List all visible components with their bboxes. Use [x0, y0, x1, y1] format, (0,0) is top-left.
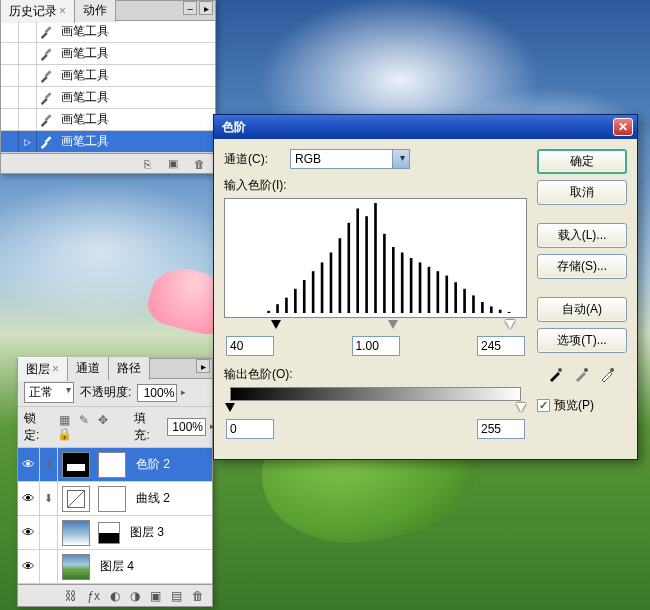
input-gamma-slider[interactable]	[388, 320, 398, 329]
tab-layers-label: 图层	[26, 362, 50, 376]
minimize-icon[interactable]: –	[183, 1, 197, 15]
visibility-icon[interactable]: 👁	[18, 448, 40, 481]
output-black-field[interactable]	[226, 419, 274, 439]
opacity-label: 不透明度:	[80, 384, 131, 401]
fill-input[interactable]: 100%	[167, 418, 206, 436]
link-cell[interactable]	[40, 516, 58, 549]
svg-point-40	[584, 368, 588, 372]
svg-rect-5	[45, 136, 52, 143]
history-item[interactable]: 画笔工具	[1, 109, 215, 131]
tab-history[interactable]: 历史记录×	[1, 0, 75, 23]
layer-thumb	[62, 554, 90, 580]
auto-button[interactable]: 自动(A)	[537, 297, 627, 322]
layer-row[interactable]: 👁图层 4	[18, 550, 212, 584]
cancel-button[interactable]: 取消	[537, 180, 627, 205]
output-slider-track[interactable]	[230, 403, 521, 415]
tab-channels[interactable]: 通道	[68, 357, 109, 380]
layer-thumb	[62, 520, 90, 546]
eyedropper-gray-icon[interactable]	[573, 365, 591, 383]
folder-icon[interactable]: ▣	[150, 589, 161, 603]
brush-icon	[37, 135, 55, 149]
channel-combo[interactable]: RGB	[290, 149, 410, 169]
link-cell[interactable]	[40, 550, 58, 583]
input-white-slider[interactable]	[505, 320, 515, 329]
layer-row[interactable]: 👁⬇色阶 2	[18, 448, 212, 482]
tab-actions[interactable]: 动作	[75, 0, 116, 22]
brush-icon	[37, 91, 55, 105]
input-slider-track[interactable]	[230, 320, 521, 332]
svg-rect-21	[365, 216, 368, 313]
svg-rect-3	[45, 92, 52, 99]
close-button[interactable]: ✕	[613, 118, 633, 136]
history-panel-tabs: 历史记录× 动作 – ▸	[1, 1, 215, 21]
history-item[interactable]: 画笔工具	[1, 43, 215, 65]
visibility-icon[interactable]: 👁	[18, 482, 40, 515]
layer-name[interactable]: 图层 4	[94, 558, 134, 575]
svg-rect-2	[45, 70, 52, 77]
layer-row[interactable]: 👁图层 3	[18, 516, 212, 550]
tab-paths[interactable]: 路径	[109, 357, 150, 380]
visibility-icon[interactable]: 👁	[18, 516, 40, 549]
trash-icon[interactable]: 🗑	[191, 157, 207, 171]
lock-move-icon[interactable]: ✥	[95, 413, 111, 427]
mask-icon[interactable]: ◐	[110, 589, 120, 603]
svg-rect-23	[383, 234, 386, 313]
dialog-titlebar[interactable]: 色阶 ✕	[214, 115, 637, 139]
output-white-field[interactable]	[477, 419, 525, 439]
eyedropper-black-icon[interactable]	[547, 365, 565, 383]
history-item[interactable]: ▷画笔工具	[1, 131, 215, 153]
history-item[interactable]: 画笔工具	[1, 21, 215, 43]
lock-transparency-icon[interactable]: ▦	[57, 413, 73, 427]
link-icon[interactable]: ⛓	[65, 589, 77, 603]
svg-rect-31	[454, 282, 457, 313]
tab-layers[interactable]: 图层×	[18, 357, 68, 381]
link-cell[interactable]: ⬇	[40, 448, 58, 481]
visibility-icon[interactable]: 👁	[18, 550, 40, 583]
layer-name[interactable]: 色阶 2	[130, 456, 170, 473]
save-button[interactable]: 存储(S)...	[537, 254, 627, 279]
options-button[interactable]: 选项(T)...	[537, 328, 627, 353]
lock-paint-icon[interactable]: ✎	[76, 413, 92, 427]
blend-mode-combo[interactable]: 正常	[24, 382, 74, 403]
svg-rect-35	[490, 306, 493, 313]
layer-name[interactable]: 图层 3	[124, 524, 164, 541]
new-document-icon[interactable]: ⎘	[139, 157, 155, 171]
menu-icon[interactable]: ▸	[199, 1, 213, 15]
input-black-slider[interactable]	[271, 320, 281, 329]
ok-button[interactable]: 确定	[537, 149, 627, 174]
history-item[interactable]: 画笔工具	[1, 65, 215, 87]
link-cell[interactable]: ⬇	[40, 482, 58, 515]
output-white-slider[interactable]	[516, 403, 526, 412]
layer-name[interactable]: 曲线 2	[130, 490, 170, 507]
brush-icon	[37, 113, 55, 127]
layers-panel-tabs: 图层× 通道 路径 ▸	[18, 359, 212, 379]
svg-rect-29	[437, 271, 440, 313]
input-black-field[interactable]	[226, 336, 274, 356]
menu-icon[interactable]: ▸	[196, 359, 210, 373]
history-item-label: 画笔工具	[55, 89, 109, 106]
close-icon[interactable]: ×	[52, 362, 59, 376]
preview-checkbox[interactable]: ✓	[537, 399, 550, 412]
camera-icon[interactable]: ▣	[165, 157, 181, 171]
load-button[interactable]: 载入(L)...	[537, 223, 627, 248]
adjustment-icon[interactable]: ◑	[130, 589, 140, 603]
svg-rect-20	[356, 209, 359, 314]
new-layer-icon[interactable]: ▤	[171, 589, 182, 603]
history-item[interactable]: 画笔工具	[1, 87, 215, 109]
input-gamma-field[interactable]	[352, 336, 400, 356]
layer-row[interactable]: 👁⬇曲线 2	[18, 482, 212, 516]
svg-rect-17	[330, 253, 333, 314]
output-black-slider[interactable]	[225, 403, 235, 412]
close-icon[interactable]: ×	[59, 4, 66, 18]
opacity-input[interactable]: 100%	[137, 384, 177, 402]
eyedropper-white-icon[interactable]	[599, 365, 617, 383]
input-white-field[interactable]	[477, 336, 525, 356]
history-panel: 历史记录× 动作 – ▸ 画笔工具画笔工具画笔工具画笔工具画笔工具▷画笔工具 ⎘…	[0, 0, 216, 174]
svg-rect-24	[392, 247, 395, 313]
svg-rect-34	[481, 302, 484, 313]
svg-rect-0	[45, 26, 52, 33]
trash-icon[interactable]: 🗑	[192, 589, 204, 603]
fx-icon[interactable]: ƒx	[87, 589, 100, 603]
lock-all-icon[interactable]: 🔒	[57, 427, 73, 441]
layers-options-row: 正常 不透明度: 100%	[18, 379, 212, 407]
